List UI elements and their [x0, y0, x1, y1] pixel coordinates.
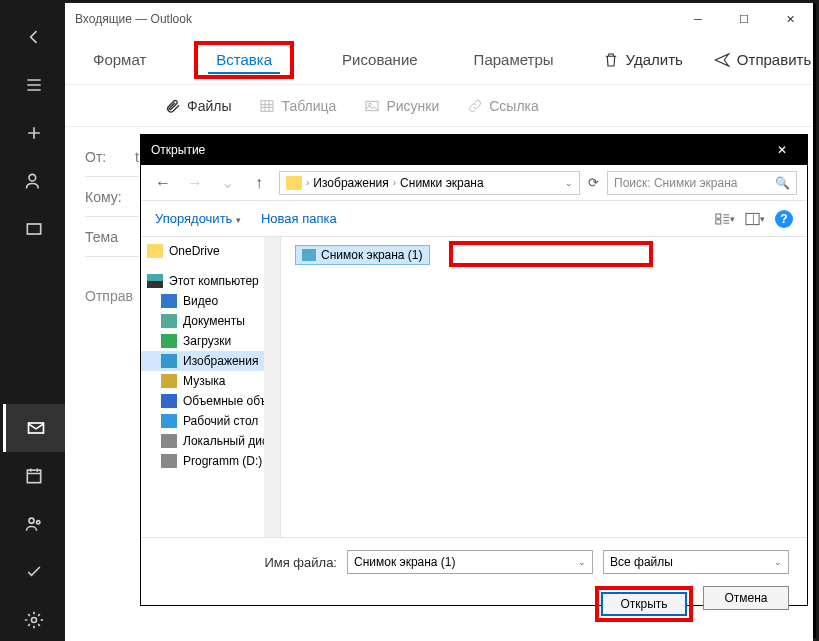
tab-options[interactable]: Параметры	[466, 47, 562, 72]
svg-rect-7	[261, 100, 273, 111]
svg-rect-10	[716, 214, 721, 218]
svg-rect-12	[746, 213, 759, 224]
tree-downloads[interactable]: Загрузки	[141, 331, 280, 351]
from-label: От:	[85, 149, 125, 165]
chevron-down-icon[interactable]: ⌄	[774, 557, 782, 567]
paperclip-icon	[165, 98, 181, 114]
svg-point-0	[29, 174, 36, 181]
tree-3d-objects[interactable]: Объемные объ	[141, 391, 280, 411]
tab-insert[interactable]: Вставка	[208, 47, 280, 74]
contacts-icon[interactable]	[3, 500, 65, 548]
dialog-titlebar: Открытие ✕	[141, 135, 807, 165]
send-icon	[713, 51, 731, 69]
filename-input[interactable]: Снимок экрана (1) ⌄	[347, 550, 593, 574]
scroll-up-icon[interactable]	[266, 239, 278, 251]
svg-rect-11	[716, 219, 721, 223]
svg-point-4	[29, 518, 34, 523]
svg-point-6	[32, 618, 37, 623]
dialog-toolbar: Упорядочить ▾ Новая папка ▾ ▾ ?	[141, 201, 807, 237]
scroll-down-icon[interactable]	[266, 523, 278, 535]
back-icon[interactable]	[3, 13, 65, 61]
tab-draw[interactable]: Рисование	[334, 47, 426, 72]
dialog-content: OneDrive Этот компьютер Видео Документы …	[141, 237, 807, 537]
dialog-title-text: Открытие	[151, 143, 205, 157]
nav-recent-icon[interactable]: ⌄	[215, 171, 239, 195]
tab-format[interactable]: Формат	[85, 47, 154, 72]
tree-this-pc[interactable]: Этот компьютер	[141, 271, 280, 291]
nav-back-icon[interactable]: ←	[151, 171, 175, 195]
close-button[interactable]: ✕	[767, 3, 813, 35]
insert-toolbar: Файлы Таблица Рисунки Ссылка	[65, 85, 813, 127]
svg-rect-1	[27, 224, 40, 234]
trash-icon	[602, 51, 620, 69]
folder-icon	[286, 176, 302, 190]
nav-up-icon[interactable]: ↑	[247, 171, 271, 195]
cancel-button[interactable]: Отмена	[703, 586, 789, 610]
todo-icon[interactable]	[3, 548, 65, 596]
tree-music[interactable]: Музыка	[141, 371, 280, 391]
menu-icon[interactable]	[3, 61, 65, 109]
link-icon	[467, 98, 483, 114]
highlight-open-button: Открыть	[595, 586, 693, 622]
chevron-down-icon[interactable]: ⌄	[565, 178, 573, 188]
organize-button[interactable]: Упорядочить ▾	[155, 211, 241, 226]
dialog-nav: ← → ⌄ ↑ › Изображения › Снимки экрана ⌄ …	[141, 165, 807, 201]
chevron-right-icon: ›	[393, 177, 396, 188]
delete-button[interactable]: Удалить	[602, 51, 683, 69]
tree-pictures[interactable]: Изображения	[141, 351, 280, 371]
file-item[interactable]: Снимок экрана (1)	[295, 245, 430, 265]
window-title: Входящие — Outlook	[75, 12, 192, 26]
dialog-footer: Имя файла: Снимок экрана (1) ⌄ Все файлы…	[141, 537, 807, 634]
settings-icon[interactable]	[3, 596, 65, 641]
file-list[interactable]: Снимок экрана (1)	[281, 237, 807, 537]
view-options-icon[interactable]: ▾	[715, 211, 735, 227]
app-sidebar	[3, 3, 65, 641]
tree-videos[interactable]: Видео	[141, 291, 280, 311]
tree-documents[interactable]: Документы	[141, 311, 280, 331]
attach-files-button[interactable]: Файлы	[165, 98, 231, 114]
file-open-dialog: Открытие ✕ ← → ⌄ ↑ › Изображения › Снимк…	[141, 135, 807, 605]
search-input[interactable]: Поиск: Снимки экрана 🔍	[607, 171, 797, 195]
ribbon-tabs: Формат Вставка Рисование Параметры Удали…	[65, 35, 813, 85]
search-icon: 🔍	[775, 176, 790, 190]
open-button[interactable]: Открыть	[601, 592, 687, 616]
refresh-icon[interactable]: ⟳	[588, 175, 599, 190]
svg-rect-3	[27, 470, 40, 483]
new-folder-button[interactable]: Новая папка	[261, 211, 337, 226]
folder-tree: OneDrive Этот компьютер Видео Документы …	[141, 237, 281, 537]
insert-table-button[interactable]: Таблица	[259, 98, 336, 114]
people-icon[interactable]	[3, 157, 65, 205]
window-icon[interactable]	[3, 205, 65, 253]
calendar-icon[interactable]	[3, 452, 65, 500]
preview-pane-icon[interactable]: ▾	[745, 211, 765, 227]
picture-icon	[364, 98, 380, 114]
table-icon	[259, 98, 275, 114]
add-icon[interactable]	[3, 109, 65, 157]
filetype-select[interactable]: Все файлы ⌄	[603, 550, 789, 574]
tree-local-disk[interactable]: Локальный дис	[141, 431, 280, 451]
send-button[interactable]: Отправить	[713, 51, 811, 69]
tree-desktop[interactable]: Рабочий стол	[141, 411, 280, 431]
subject-label: Тема	[85, 229, 118, 245]
maximize-button[interactable]: ☐	[721, 3, 767, 35]
highlight-file	[449, 241, 653, 267]
tree-programm-d[interactable]: Programm (D:)	[141, 451, 280, 471]
to-label: Кому:	[85, 189, 125, 205]
svg-point-5	[37, 521, 40, 524]
dialog-close-button[interactable]: ✕	[767, 143, 797, 157]
minimize-button[interactable]: ─	[675, 3, 721, 35]
address-bar[interactable]: › Изображения › Снимки экрана ⌄	[279, 171, 580, 195]
insert-link-button[interactable]: Ссылка	[467, 98, 539, 114]
insert-pictures-button[interactable]: Рисунки	[364, 98, 439, 114]
tree-onedrive[interactable]: OneDrive	[141, 241, 280, 261]
highlight-insert-tab: Вставка	[194, 41, 294, 79]
help-icon[interactable]: ?	[775, 210, 793, 228]
chevron-down-icon[interactable]: ⌄	[578, 557, 586, 567]
mail-icon[interactable]	[3, 404, 65, 452]
titlebar: Входящие — Outlook ─ ☐ ✕	[65, 3, 813, 35]
image-file-icon	[302, 249, 316, 261]
nav-forward-icon[interactable]: →	[183, 171, 207, 195]
filename-label: Имя файла:	[264, 555, 337, 570]
chevron-right-icon: ›	[306, 177, 309, 188]
